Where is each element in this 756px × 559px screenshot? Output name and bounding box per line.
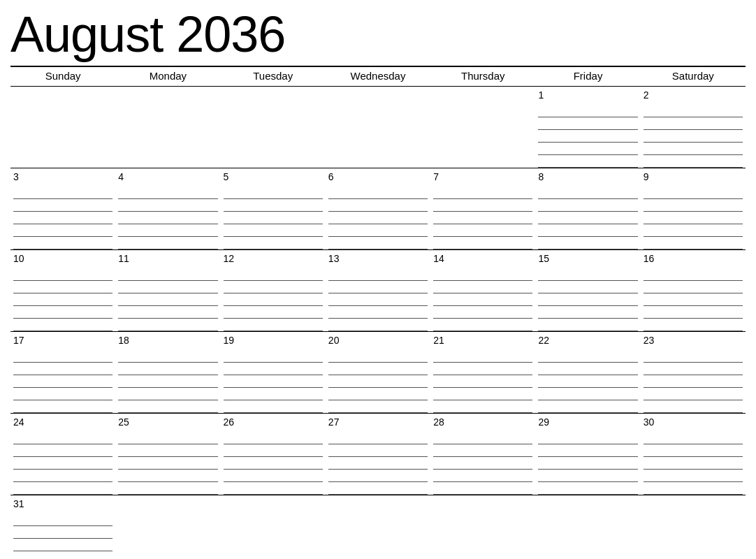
day-cell-22: 22 [535, 332, 640, 414]
calendar-week-3: 10111213141516 [10, 250, 746, 332]
day-number-16: 16 [644, 253, 743, 264]
day-line [538, 212, 637, 224]
calendar-week-1: 12 [10, 87, 746, 168]
day-line [644, 457, 743, 470]
empty-cell [326, 495, 430, 559]
day-line [433, 400, 532, 413]
day-number-13: 13 [328, 253, 428, 264]
day-line [118, 224, 217, 237]
day-number-14: 14 [433, 253, 532, 264]
day-cell-16: 16 [641, 250, 746, 332]
calendar-week-2: 3456789 [10, 168, 746, 250]
day-cell-14: 14 [430, 250, 535, 332]
day-line [538, 293, 637, 306]
day-number-8: 8 [538, 171, 637, 182]
day-line [538, 281, 637, 293]
day-line [13, 363, 112, 375]
day-line [644, 155, 743, 168]
day-number-10: 10 [13, 253, 112, 264]
day-line [224, 212, 323, 224]
day-line [433, 268, 532, 281]
day-number-28: 28 [433, 416, 532, 428]
day-line [118, 199, 217, 212]
day-cell-5: 5 [221, 168, 326, 250]
calendar-week-4: 17181920212223 [10, 332, 746, 414]
day-number-1: 1 [538, 89, 637, 101]
day-line [13, 212, 112, 224]
day-line [328, 319, 428, 331]
day-cell-3: 3 [10, 168, 115, 250]
day-line [433, 237, 532, 249]
day-line [118, 400, 217, 413]
day-line [224, 293, 323, 306]
day-line [433, 363, 532, 375]
day-line [224, 444, 323, 457]
day-number-17: 17 [13, 335, 112, 346]
day-line [328, 482, 428, 495]
day-cell-30: 30 [641, 414, 746, 495]
day-line [13, 551, 112, 559]
day-line [328, 212, 428, 224]
day-number-21: 21 [433, 335, 532, 346]
day-cell-10: 10 [10, 250, 115, 332]
day-line [328, 457, 428, 470]
day-line [13, 539, 112, 551]
day-line [13, 400, 112, 413]
day-line [433, 199, 532, 212]
day-number-22: 22 [538, 335, 637, 346]
day-line [538, 470, 637, 482]
day-line [118, 350, 217, 363]
day-line [118, 319, 217, 331]
day-line [13, 432, 112, 444]
day-line [644, 187, 743, 199]
day-line [328, 375, 428, 388]
day-line [644, 199, 743, 212]
day-line [13, 237, 112, 249]
day-line [13, 470, 112, 482]
day-line [538, 268, 637, 281]
day-line [644, 130, 743, 143]
day-line [118, 432, 217, 444]
day-line [328, 306, 428, 319]
day-line [328, 224, 428, 237]
day-line [433, 482, 532, 495]
day-cell-18: 18 [115, 332, 220, 414]
day-line [538, 155, 637, 168]
day-line [13, 293, 112, 306]
day-line [433, 319, 532, 331]
day-line [644, 143, 743, 155]
empty-cell [115, 87, 220, 168]
day-cell-1: 1 [535, 87, 640, 168]
day-line [118, 388, 217, 400]
day-line [13, 268, 112, 281]
day-line [538, 444, 637, 457]
day-line [644, 293, 743, 306]
day-line [538, 143, 637, 155]
day-line [538, 224, 637, 237]
day-number-23: 23 [644, 335, 743, 346]
day-line [224, 237, 323, 249]
day-line [13, 388, 112, 400]
day-cell-2: 2 [641, 87, 746, 168]
calendar-table: SundayMondayTuesdayWednesdayThursdayFrid… [10, 66, 746, 559]
day-cell-27: 27 [326, 414, 430, 495]
day-line [118, 375, 217, 388]
day-header-wednesday: Wednesday [326, 66, 430, 87]
day-cell-21: 21 [430, 332, 535, 414]
day-line [118, 470, 217, 482]
day-line [538, 432, 637, 444]
day-line [433, 375, 532, 388]
day-line [538, 400, 637, 413]
day-line [433, 350, 532, 363]
empty-cell [326, 87, 430, 168]
empty-cell [115, 495, 220, 559]
day-line [644, 400, 743, 413]
day-line [224, 432, 323, 444]
day-header-tuesday: Tuesday [221, 66, 326, 87]
day-line [118, 187, 217, 199]
day-line [644, 444, 743, 457]
day-line [433, 432, 532, 444]
day-cell-25: 25 [115, 414, 220, 495]
day-line [13, 319, 112, 331]
day-cell-24: 24 [10, 414, 115, 495]
